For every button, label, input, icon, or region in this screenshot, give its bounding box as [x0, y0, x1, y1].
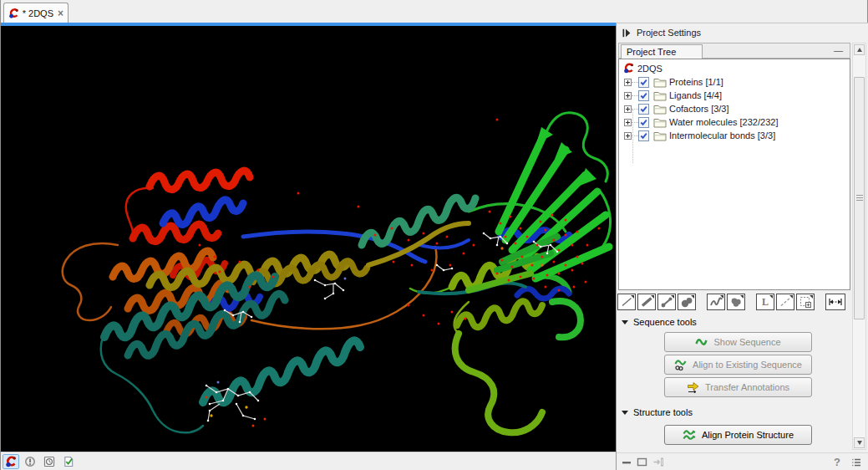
display-toolbar: L: [617, 293, 847, 311]
dock-view-icon[interactable]: [652, 457, 664, 467]
scroll-up-button[interactable]: [854, 44, 865, 55]
backbone-button[interactable]: [707, 294, 725, 310]
tree-item-label: Intermolecular bonds [3/3]: [669, 130, 775, 140]
issues-view-button[interactable]: [22, 454, 38, 469]
project-tree-header: Project Tree —: [618, 43, 850, 59]
side-panel: Project Settings Project Tree — 2DQS: [616, 23, 868, 470]
expand-icon[interactable]: [624, 119, 632, 126]
molecule-icon: [5, 456, 17, 467]
ball-and-stick-button[interactable]: [657, 294, 676, 310]
tree-item-ligands[interactable]: Ligands [4/4]: [619, 89, 850, 102]
arrow-down-icon: [857, 441, 862, 445]
tree-root-node[interactable]: 2DQS: [619, 59, 850, 75]
minimize-panel-icon[interactable]: —: [834, 43, 843, 58]
structure-tools-label: Structure tools: [633, 407, 693, 417]
tab-2dqs[interactable]: * 2DQS ×: [3, 3, 69, 23]
view-switch-bar: [1, 452, 616, 470]
align-protein-structure-button[interactable]: Align Protein Structure: [664, 425, 812, 445]
history-view-button[interactable]: [41, 454, 58, 469]
scrollbar-thumb[interactable]: [854, 77, 865, 319]
tree-dots: [632, 95, 638, 96]
tree-dots: [632, 109, 638, 110]
restore-view-icon[interactable]: [637, 457, 647, 467]
molecule-icon: [8, 8, 19, 19]
tab-close-icon[interactable]: ×: [58, 8, 63, 19]
surface-icon: [729, 296, 743, 308]
page-check-icon: [63, 456, 74, 467]
expand-icon[interactable]: [624, 79, 632, 86]
checkbox-checked[interactable]: [638, 77, 649, 88]
tree-item-proteins[interactable]: Proteins [1/1]: [619, 75, 850, 89]
tree-item-label: Water molecules [232/232]: [669, 117, 778, 127]
align-to-existing-sequence-button[interactable]: Align to Existing Sequence: [664, 355, 812, 375]
arrow-up-icon: [857, 48, 862, 52]
tree-item-intermolecular-bonds[interactable]: Intermolecular bonds [3/3]: [619, 129, 850, 142]
align-sequence-label: Align to Existing Sequence: [693, 360, 802, 370]
tree-dots: [632, 135, 638, 136]
structure-viewer: [1, 23, 616, 470]
expand-icon[interactable]: [624, 132, 632, 140]
align-structure-icon: [683, 430, 697, 441]
tree-dots: [632, 82, 638, 83]
minimize-view-icon[interactable]: [622, 458, 632, 467]
molecule-canvas[interactable]: [1, 26, 616, 452]
expand-sidebar-icon: [622, 28, 631, 38]
tab-bar: * 2DQS ×: [1, 0, 867, 23]
tree-dots: [632, 122, 638, 123]
tree-item-water-molecules[interactable]: Water molecules [232/232]: [619, 115, 850, 129]
distance-button[interactable]: [825, 294, 845, 310]
collapse-triangle-icon: [622, 411, 628, 415]
exclamation-circle-icon: [24, 456, 36, 467]
transfer-annotations-button[interactable]: Transfer Annotations: [664, 377, 812, 397]
space-filling-icon: [680, 296, 693, 308]
wireframe-button[interactable]: [617, 294, 636, 310]
molecule-project-view-button[interactable]: [3, 454, 19, 469]
structure-tools-header[interactable]: Structure tools: [622, 407, 693, 417]
tree-item-cofactors[interactable]: Cofactors [3/3]: [619, 102, 850, 115]
element-info-view-button[interactable]: [60, 454, 77, 469]
expand-icon[interactable]: [624, 92, 632, 100]
checkbox-checked[interactable]: [638, 90, 649, 101]
project-settings-label: Project Settings: [637, 28, 701, 38]
project-tree-tab[interactable]: Project Tree: [621, 44, 703, 59]
tree-item-label: Ligands [4/4]: [669, 90, 722, 100]
stick-button[interactable]: [637, 294, 656, 310]
scroll-down-button[interactable]: [854, 437, 865, 448]
expand-icon[interactable]: [624, 105, 632, 113]
checkbox-checked[interactable]: [638, 104, 649, 115]
surface-button[interactable]: [727, 294, 745, 310]
ball-and-stick-icon: [660, 296, 673, 308]
sequence-tools-label: Sequence tools: [633, 317, 697, 327]
project-settings-header[interactable]: Project Settings: [617, 23, 868, 42]
view-settings-icon[interactable]: [850, 457, 862, 467]
collapse-triangle-icon: [622, 320, 628, 324]
checkbox-checked[interactable]: [638, 130, 649, 141]
space-filling-button[interactable]: [678, 294, 696, 310]
backbone-icon: [709, 296, 723, 308]
sequence-tools-header[interactable]: Sequence tools: [622, 317, 697, 327]
folder-icon: [653, 104, 667, 115]
side-panel-scrollbar[interactable]: [852, 43, 866, 450]
align-structure-label: Align Protein Structure: [702, 430, 794, 440]
dashed-line-button[interactable]: [776, 294, 794, 310]
label-button[interactable]: L: [756, 294, 774, 310]
protein-structure-rendering[interactable]: [1, 26, 616, 452]
side-panel-bottom-bar: ?: [617, 452, 868, 470]
folder-icon: [653, 130, 667, 141]
folder-icon: [653, 90, 667, 101]
transfer-annotations-icon: [687, 381, 700, 393]
distance-icon: [828, 296, 843, 308]
tree-item-label: Proteins [1/1]: [669, 77, 723, 87]
help-icon[interactable]: ?: [834, 456, 840, 468]
show-sequence-button[interactable]: Show Sequence: [664, 332, 812, 352]
tab-title: * 2DQS: [23, 8, 53, 18]
selection-box-button[interactable]: [796, 294, 815, 310]
project-tree: 2DQS Proteins [1/1] Ligands [4/4] Cofact…: [618, 59, 850, 290]
show-sequence-label: Show Sequence: [713, 337, 780, 347]
project-tree-title: Project Tree: [627, 47, 676, 57]
label-icon: L: [762, 296, 769, 309]
sequence-wave-icon: [695, 337, 708, 347]
checkbox-checked[interactable]: [638, 117, 649, 128]
folder-icon: [653, 77, 667, 88]
dashed-line-icon: [779, 296, 792, 308]
